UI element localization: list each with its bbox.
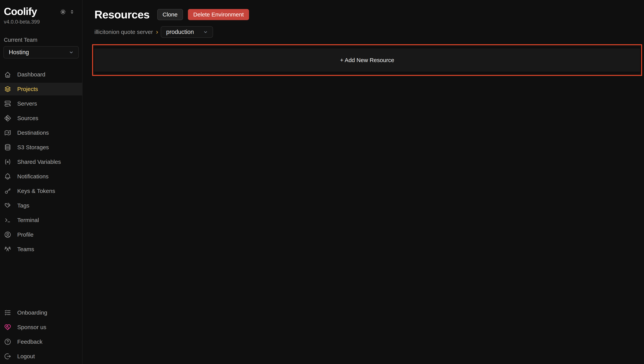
sidebar-item-onboarding[interactable]: Onboarding [0,306,82,319]
tags-icon [4,202,12,210]
app-logo: Coolify [4,6,37,17]
sidebar-item-label: Profile [17,232,34,238]
sidebar-item-label: Feedback [17,338,42,345]
sidebar-item-label: S3 Storages [17,144,49,150]
sidebar-item-projects[interactable]: Projects [0,83,82,96]
server-bolt-icon [4,100,12,108]
sidebar-item-destinations[interactable]: Destinations [0,126,82,139]
git-icon [4,114,12,122]
sidebar-footer-nav: Onboarding Sponsor us Feedback [0,306,82,364]
sidebar-item-label: Sponsor us [17,324,46,330]
sidebar-item-sources[interactable]: Sources [0,112,82,124]
sidebar: Coolify v4.0.0-beta.399 Current Tea [0,0,82,364]
sidebar-item-label: Shared Variables [17,159,61,165]
chevron-down-icon [68,50,74,55]
selector-icon [70,10,74,14]
sidebar-item-label: Keys & Tokens [17,188,55,194]
highlight-annotation-rect: + Add New Resource [92,44,642,76]
sidebar-item-label: Tags [17,202,29,209]
sidebar-item-label: Notifications [17,173,48,180]
sidebar-item-terminal[interactable]: Terminal [0,214,82,226]
sidebar-item-sponsor[interactable]: Sponsor us [0,321,82,334]
current-team-label: Current Team [0,37,82,43]
logout-icon [4,352,12,360]
chevron-right-icon: › [156,28,158,35]
heart-handshake-icon [4,324,12,331]
clone-button[interactable]: Clone [157,9,183,20]
delete-environment-button[interactable]: Delete Environment [188,9,249,20]
sidebar-item-keys-tokens[interactable]: Keys & Tokens [0,185,82,197]
braces-x-icon [4,158,12,166]
sidebar-item-label: Logout [17,353,35,360]
sidebar-item-shared-variables[interactable]: Shared Variables [0,156,82,168]
users-group-icon [4,246,12,253]
sidebar-item-label: Onboarding [17,310,47,316]
sidebar-item-label: Dashboard [17,71,46,78]
sidebar-item-feedback[interactable]: Feedback [0,336,82,348]
user-circle-icon [4,231,12,238]
sidebar-item-label: Servers [17,100,37,107]
app-version: v4.0.0-beta.399 [0,17,82,25]
sidebar-header: Coolify [0,6,82,17]
breadcrumb: illicitonion quote server › production [94,26,644,38]
key-icon [4,187,12,195]
checklist-icon [4,309,12,316]
help-circle-icon [4,338,12,346]
terminal-icon [4,216,12,224]
environment-select[interactable]: production [161,26,213,38]
sidebar-item-profile[interactable]: Profile [0,228,82,241]
sidebar-item-label: Projects [17,86,38,92]
team-select[interactable]: Hosting [4,46,79,58]
add-new-resource-label: + Add New Resource [340,57,394,64]
add-new-resource-button[interactable]: + Add New Resource [94,48,640,72]
sun-icon [60,8,66,15]
sidebar-item-label: Teams [17,246,34,252]
sidebar-item-s3-storages[interactable]: S3 Storages [0,141,82,154]
sidebar-item-dashboard[interactable]: Dashboard [0,68,82,81]
breadcrumb-project-link[interactable]: illicitonion quote server [94,29,153,35]
sidebar-collapse-button[interactable] [70,10,74,14]
sidebar-item-logout[interactable]: Logout [0,350,82,363]
map-icon [4,129,12,136]
sidebar-item-teams[interactable]: Teams [0,243,82,256]
sidebar-item-tags[interactable]: Tags [0,199,82,212]
sidebar-item-label: Sources [17,115,38,122]
team-select-value: Hosting [9,49,29,56]
chevron-down-icon [203,29,208,35]
sidebar-item-label: Terminal [17,217,39,224]
home-icon [4,71,12,78]
page-title: Resources [94,8,150,21]
sidebar-item-servers[interactable]: Servers [0,97,82,110]
sidebar-item-notifications[interactable]: Notifications [0,170,82,183]
environment-select-value: production [166,28,194,36]
bell-icon [4,172,12,180]
database-icon [4,144,12,151]
theme-toggle-button[interactable] [60,8,66,15]
layers-icon [4,85,12,93]
main-content: Resources Clone Delete Environment illic… [82,0,644,364]
sidebar-item-label: Destinations [17,130,49,136]
sidebar-nav: Dashboard Projects Servers [0,67,82,256]
